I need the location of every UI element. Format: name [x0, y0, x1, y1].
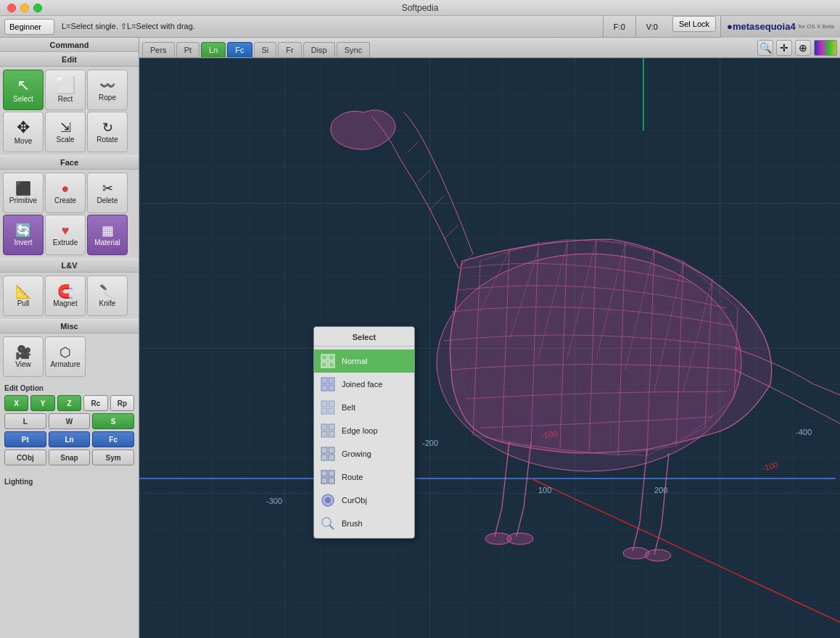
canvas-area[interactable]: -200 -300 -100 -400 -300 -200 -100 100 2… — [139, 58, 840, 638]
tab-pers[interactable]: Pers — [142, 42, 175, 57]
select-item-belt[interactable]: Belt — [314, 396, 414, 419]
sel-lock-button[interactable]: Sel Lock — [672, 16, 716, 32]
select-item-growing[interactable]: Growing — [314, 442, 414, 465]
scale-icon: ⇲ — [60, 121, 71, 134]
tool-select[interactable]: ↖ Select — [3, 70, 44, 110]
tool-rope[interactable]: 〰️ Rope — [87, 70, 128, 110]
frame-f: F:0 — [603, 16, 635, 38]
snap-button[interactable]: Snap — [49, 450, 91, 465]
tab-disp[interactable]: Disp — [303, 42, 335, 57]
svg-rect-79 — [321, 424, 327, 430]
rc-button[interactable]: Rc — [83, 395, 107, 411]
window-controls — [7, 4, 42, 12]
select-icon: ↖ — [17, 78, 30, 94]
svg-rect-85 — [321, 455, 327, 460]
tool-material[interactable]: ▦ Material — [87, 215, 128, 255]
tool-magnet[interactable]: 🧲 Magnet — [45, 276, 86, 316]
l-button[interactable]: L — [4, 413, 46, 429]
tab-si[interactable]: Si — [254, 42, 277, 57]
transform-icon-btn[interactable]: ⊕ — [795, 40, 811, 56]
svg-text:-300: -300 — [266, 497, 282, 505]
misc-header: Misc — [0, 319, 139, 334]
xyz-row: X Y Z Rc Rp — [4, 395, 134, 411]
tool-delete-label: Delete — [97, 196, 118, 204]
ln-button[interactable]: Ln — [49, 431, 91, 447]
x-button[interactable]: X — [4, 395, 28, 411]
select-item-normal[interactable]: Normal — [314, 349, 414, 373]
tool-knife[interactable]: 🔪 Knife — [87, 276, 128, 316]
tool-armature[interactable]: ⬡ Armature — [45, 336, 86, 377]
pt-button[interactable]: Pt — [4, 431, 46, 447]
s-button[interactable]: S — [92, 413, 134, 429]
tool-extrude[interactable]: ♥ Extrude — [45, 215, 86, 255]
edit-options-label: Edit Option — [4, 384, 134, 392]
view-toolbar-right: 🔍 ✛ ⊕ — [757, 40, 837, 57]
frame-v: V:0 — [635, 16, 668, 38]
svg-text:-400: -400 — [796, 428, 812, 436]
tool-create[interactable]: ● Create — [45, 173, 86, 213]
tool-view[interactable]: 🎥 View — [3, 336, 44, 377]
tab-sync[interactable]: Sync — [337, 42, 370, 57]
svg-rect-75 — [321, 401, 327, 407]
svg-rect-74 — [329, 385, 334, 391]
sym-button[interactable]: Sym — [92, 450, 134, 465]
tool-rotate[interactable]: ↻ Rotate — [87, 112, 128, 152]
svg-rect-89 — [321, 478, 327, 484]
color-palette[interactable] — [814, 40, 837, 56]
growing-label: Growing — [342, 450, 371, 458]
joined-face-icon — [320, 376, 336, 392]
svg-rect-80 — [329, 424, 334, 430]
create-icon: ● — [62, 182, 70, 195]
fc-button[interactable]: Fc — [92, 431, 134, 447]
close-button[interactable] — [7, 4, 16, 12]
select-item-brush[interactable]: Brush — [314, 512, 414, 535]
rp-button[interactable]: Rp — [110, 395, 134, 411]
tool-rotate-label: Rotate — [96, 136, 118, 144]
lighting-section: Lighting — [0, 475, 139, 489]
svg-rect-68 — [329, 355, 334, 360]
face-header: Face — [0, 155, 139, 170]
belt-label: Belt — [342, 403, 355, 412]
tool-pull[interactable]: 📐 Pull — [3, 276, 44, 316]
y-button[interactable]: Y — [30, 395, 54, 411]
select-item-curobj[interactable]: CurObj — [314, 489, 414, 512]
tab-pt[interactable]: Pt — [176, 42, 199, 57]
tool-extrude-label: Extrude — [53, 239, 78, 246]
select-item-joined-face[interactable]: Joined face — [314, 373, 414, 396]
tool-scale[interactable]: ⇲ Scale — [45, 112, 86, 152]
tool-magnet-label: Magnet — [53, 299, 77, 307]
lv-header: L&V — [0, 258, 139, 273]
normal-icon — [320, 353, 336, 369]
delete-icon: ✂ — [102, 182, 113, 195]
svg-rect-86 — [329, 455, 334, 460]
move-icon: ✥ — [17, 120, 30, 136]
z-button[interactable]: Z — [57, 395, 81, 411]
svg-rect-82 — [329, 431, 334, 437]
mode-select[interactable]: Beginner — [4, 19, 54, 35]
move-view-icon-btn[interactable]: ✛ — [776, 40, 792, 56]
tab-fr[interactable]: Fr — [278, 42, 301, 57]
svg-rect-69 — [321, 362, 327, 368]
svg-rect-84 — [329, 447, 334, 453]
maximize-button[interactable] — [33, 4, 42, 12]
face-tools: ⬛ Primitive ● Create ✂ Delete 🔄 Invert ♥… — [0, 170, 139, 258]
w-button[interactable]: W — [49, 413, 91, 429]
tool-armature-label: Armature — [50, 360, 80, 368]
tab-ln[interactable]: Ln — [201, 42, 226, 57]
tool-invert[interactable]: 🔄 Invert — [3, 215, 44, 255]
tool-delete[interactable]: ✂ Delete — [87, 173, 128, 213]
search-icon-btn[interactable]: 🔍 — [757, 40, 773, 56]
minimize-button[interactable] — [20, 4, 29, 12]
cobj-button[interactable]: CObj — [4, 450, 46, 465]
tool-move[interactable]: ✥ Move — [3, 112, 44, 152]
ptlnfc-row: Pt Ln Fc — [4, 431, 134, 447]
tab-fc[interactable]: Fc — [227, 42, 252, 57]
tool-rect[interactable]: ⬜ Rect — [45, 70, 86, 110]
rotate-icon: ↻ — [102, 121, 113, 134]
select-item-edge-loop[interactable]: Edge loop — [314, 419, 414, 442]
curobj-label: CurObj — [342, 496, 367, 505]
svg-point-64 — [507, 533, 533, 544]
select-item-route[interactable]: Route — [314, 465, 414, 489]
svg-point-66 — [645, 550, 671, 561]
tool-primitive[interactable]: ⬛ Primitive — [3, 173, 44, 213]
